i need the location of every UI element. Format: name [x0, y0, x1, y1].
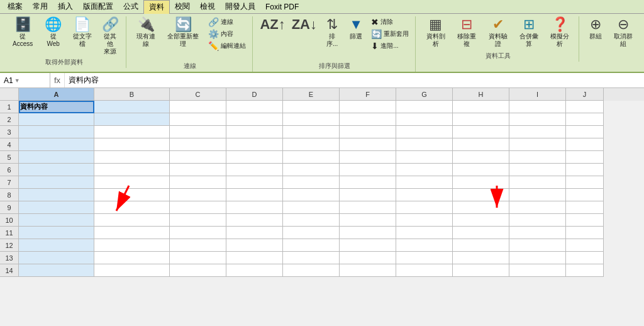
cell-F4[interactable] — [340, 138, 396, 151]
cell-C7[interactable] — [170, 176, 226, 189]
cell-H4[interactable] — [453, 138, 509, 151]
cell-E14[interactable] — [283, 264, 340, 277]
btn-from-other[interactable]: 🔗 從其他來源 — [98, 16, 122, 57]
col-header-J[interactable]: J — [566, 88, 604, 101]
btn-properties[interactable]: ⚙️ 內容 — [206, 28, 248, 40]
cell-J12[interactable] — [566, 239, 604, 252]
cell-D1[interactable] — [226, 101, 283, 113]
btn-from-text[interactable]: 📄 從文字檔 — [67, 16, 97, 49]
cell-A6[interactable] — [19, 164, 94, 176]
btn-reapply[interactable]: 🔄 重新套用 — [369, 28, 411, 40]
cell-I7[interactable] — [509, 176, 566, 189]
menu-developer[interactable]: 開發人員 — [220, 0, 260, 13]
cell-E7[interactable] — [283, 176, 340, 189]
cell-D6[interactable] — [226, 164, 283, 176]
menu-review[interactable]: 校閱 — [170, 0, 195, 13]
col-header-H[interactable]: H — [453, 88, 509, 101]
cell-J13[interactable] — [566, 252, 604, 264]
cell-A10[interactable] — [19, 214, 94, 227]
btn-consolidate[interactable]: ⊞ 合併彙算 — [514, 16, 543, 49]
cell-C10[interactable] — [170, 214, 226, 227]
cell-C12[interactable] — [170, 239, 226, 252]
cell-I14[interactable] — [509, 264, 566, 277]
cell-B8[interactable] — [94, 189, 170, 201]
cell-J4[interactable] — [566, 138, 604, 151]
btn-edit-links[interactable]: ✏️ 編輯連結 — [206, 40, 248, 52]
cell-I6[interactable] — [509, 164, 566, 176]
cell-G5[interactable] — [396, 151, 453, 164]
cell-H10[interactable] — [453, 214, 509, 227]
cell-I13[interactable] — [509, 252, 566, 264]
btn-from-access[interactable]: 🗄️ 從 Access — [6, 16, 39, 49]
cell-I11[interactable] — [509, 227, 566, 239]
btn-group[interactable]: ⊕ 群組 — [584, 16, 607, 42]
cell-E12[interactable] — [283, 239, 340, 252]
cell-I12[interactable] — [509, 239, 566, 252]
cell-D5[interactable] — [226, 151, 283, 164]
cell-D3[interactable] — [226, 126, 283, 138]
cell-B11[interactable] — [94, 227, 170, 239]
cell-F13[interactable] — [340, 252, 396, 264]
cell-J3[interactable] — [566, 126, 604, 138]
cell-A9[interactable] — [19, 201, 94, 214]
cell-E5[interactable] — [283, 151, 340, 164]
cell-H8[interactable] — [453, 189, 509, 201]
cell-H6[interactable] — [453, 164, 509, 176]
btn-connections[interactable]: 🔗 連線 — [206, 16, 248, 28]
cell-G1[interactable] — [396, 101, 453, 113]
cell-A11[interactable] — [19, 227, 94, 239]
col-header-B[interactable]: B — [94, 88, 170, 101]
cell-G8[interactable] — [396, 189, 453, 201]
cell-A13[interactable] — [19, 252, 94, 264]
cell-E10[interactable] — [283, 214, 340, 227]
cell-C3[interactable] — [170, 126, 226, 138]
cell-G10[interactable] — [396, 214, 453, 227]
cell-D8[interactable] — [226, 189, 283, 201]
cell-ref-dropdown-icon[interactable]: ▼ — [14, 77, 20, 84]
cell-H3[interactable] — [453, 126, 509, 138]
btn-advanced[interactable]: ⬇ 進階... — [369, 40, 411, 52]
btn-refresh-all[interactable]: 🔄 全部重新整理 — [162, 16, 204, 49]
cell-F8[interactable] — [340, 189, 396, 201]
cell-D2[interactable] — [226, 113, 283, 126]
cell-J2[interactable] — [566, 113, 604, 126]
cell-H1[interactable] — [453, 101, 509, 113]
cell-G4[interactable] — [396, 138, 453, 151]
cell-F5[interactable] — [340, 151, 396, 164]
cell-H9[interactable] — [453, 201, 509, 214]
btn-validate[interactable]: ✔ 資料驗證 — [483, 16, 513, 49]
cell-G2[interactable] — [396, 113, 453, 126]
cell-I3[interactable] — [509, 126, 566, 138]
cell-D9[interactable] — [226, 201, 283, 214]
cell-B6[interactable] — [94, 164, 170, 176]
cell-F1[interactable] — [340, 101, 396, 113]
menu-view[interactable]: 檢視 — [195, 0, 220, 13]
cell-G7[interactable] — [396, 176, 453, 189]
cell-A3[interactable] — [19, 126, 94, 138]
cell-I9[interactable] — [509, 201, 566, 214]
cell-B13[interactable] — [94, 252, 170, 264]
btn-whatif[interactable]: ❓ 模擬分析 — [545, 16, 575, 49]
cell-J5[interactable] — [566, 151, 604, 164]
col-header-G[interactable]: G — [396, 88, 453, 101]
cell-C13[interactable] — [170, 252, 226, 264]
cell-H13[interactable] — [453, 252, 509, 264]
cell-D12[interactable] — [226, 239, 283, 252]
cell-E2[interactable] — [283, 113, 340, 126]
cell-J1[interactable] — [566, 101, 604, 113]
cell-J6[interactable] — [566, 164, 604, 176]
cell-reference-box[interactable]: A1 ▼ — [0, 73, 50, 87]
cell-C5[interactable] — [170, 151, 226, 164]
btn-filter[interactable]: ▼ 篩選 — [345, 16, 367, 42]
cell-J9[interactable] — [566, 201, 604, 214]
col-header-C[interactable]: C — [170, 88, 226, 101]
formula-fx-button[interactable]: fx — [50, 73, 65, 87]
cell-B1[interactable] — [94, 101, 170, 113]
cell-J10[interactable] — [566, 214, 604, 227]
cell-C11[interactable] — [170, 227, 226, 239]
cell-A7[interactable] — [19, 176, 94, 189]
cell-E1[interactable] — [283, 101, 340, 113]
cell-J8[interactable] — [566, 189, 604, 201]
cell-I10[interactable] — [509, 214, 566, 227]
btn-remove-dup[interactable]: ⊟ 移除重複 — [452, 16, 482, 49]
